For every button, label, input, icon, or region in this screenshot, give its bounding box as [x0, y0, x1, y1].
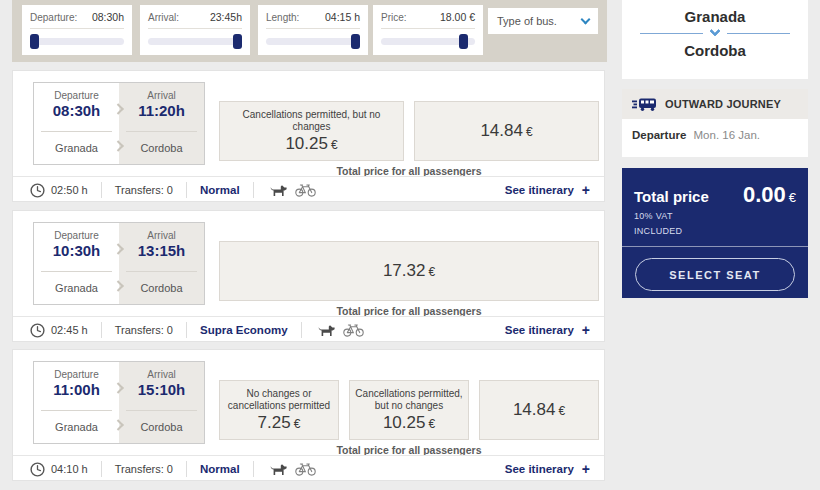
- price-boxes: 17.32€: [219, 241, 599, 301]
- journey-times-box: Departure 10:30h Granada Arrival 13:15h …: [33, 222, 205, 305]
- journey-card: Departure 11:00h Granada Arrival 15:10h …: [12, 349, 605, 481]
- destination-city: Cordoba: [119, 132, 204, 164]
- divider: [186, 182, 187, 198]
- bicycle-icon: [295, 183, 316, 197]
- departure-time: 10:30h: [34, 242, 119, 259]
- filter-label: Arrival:: [148, 12, 179, 23]
- bicycle-icon: [295, 462, 316, 476]
- bus-type-select[interactable]: Type of bus.: [488, 8, 598, 34]
- slider-track[interactable]: [148, 38, 242, 45]
- fare-currency: €: [558, 404, 565, 418]
- divider: [266, 28, 360, 29]
- fare-currency: €: [331, 138, 338, 152]
- slider-track[interactable]: [266, 38, 360, 45]
- divider: [253, 461, 254, 477]
- fare-currency: €: [428, 265, 435, 279]
- fare-option[interactable]: 14.84€: [414, 101, 599, 161]
- arrival-label: Arrival: [119, 369, 204, 380]
- departure-label: Departure: [34, 90, 119, 101]
- total-price-card: Total price 0.00€ 10% VAT INCLUDED SELEC…: [622, 168, 808, 298]
- fare-price: 10.25: [285, 134, 328, 153]
- transfers-count: Transfers: 0: [115, 324, 173, 336]
- clock-icon: [30, 462, 45, 477]
- filter-value: 08:30h: [92, 11, 124, 23]
- fare-price: 17.32: [383, 261, 426, 280]
- outward-journey-title: OUTWARD JOURNEY: [665, 98, 781, 110]
- divider: [253, 182, 254, 198]
- divider: [381, 28, 475, 29]
- price-boxes: Cancellations permitted, but no changes …: [219, 101, 599, 161]
- see-itinerary-link[interactable]: See itinerary +: [505, 182, 590, 198]
- clock-icon: [30, 183, 45, 198]
- outward-journey-header: OUTWARD JOURNEY: [622, 89, 808, 119]
- clock-icon: [30, 323, 45, 338]
- fare-option[interactable]: 14.84€: [479, 380, 599, 440]
- journey-duration: 02:50 h: [51, 184, 88, 196]
- filter-value: 04:15 h: [325, 11, 360, 23]
- slider-handle[interactable]: [30, 34, 39, 49]
- slider-track[interactable]: [381, 38, 475, 45]
- fare-currency: €: [526, 125, 533, 139]
- journey-duration: 02:45 h: [51, 324, 88, 336]
- fare-price: 14.84: [480, 121, 523, 140]
- arrival-label: Arrival: [119, 90, 204, 101]
- total-price-currency: €: [789, 190, 796, 205]
- journey-card: Departure 08:30h Granada Arrival 11:20h …: [12, 70, 605, 202]
- vat-note: 10% VAT: [634, 211, 796, 221]
- divider: [186, 461, 187, 477]
- slider-handle[interactable]: [351, 34, 360, 49]
- origin-city: Granada: [34, 272, 119, 304]
- slider-track[interactable]: [30, 38, 124, 45]
- see-itinerary-link[interactable]: See itinerary +: [505, 322, 590, 338]
- plus-icon: +: [582, 461, 590, 477]
- arrival-time: 15:10h: [119, 381, 204, 398]
- filter-bar: Departure: 08:30h Arrival: 23:45h Length…: [12, 0, 607, 62]
- arrival-label: Arrival: [119, 230, 204, 241]
- divider: [101, 182, 102, 198]
- fare-option[interactable]: Cancellations permitted, but no changes …: [349, 380, 469, 440]
- fare-condition: No changes or cancellations permitted: [225, 388, 333, 413]
- see-itinerary-link[interactable]: See itinerary +: [505, 461, 590, 477]
- see-itinerary-label: See itinerary: [505, 324, 574, 336]
- total-price-amount: 0.00: [743, 182, 786, 207]
- filter-value: 18.00 €: [440, 11, 475, 23]
- fare-option[interactable]: 17.32€: [219, 241, 599, 301]
- slider-handle[interactable]: [233, 34, 242, 49]
- fare-price: 10.25: [383, 413, 426, 432]
- fare-option[interactable]: No changes or cancellations permitted 7.…: [219, 380, 339, 440]
- fare-option[interactable]: Cancellations permitted, but no changes …: [219, 101, 404, 161]
- departure-date-value: Mon. 16 Jan.: [694, 129, 760, 141]
- filter-slider-card: Price: 18.00 €: [373, 5, 483, 55]
- fare-class: Supra Economy: [200, 324, 288, 336]
- price-boxes: No changes or cancellations permitted 7.…: [219, 380, 599, 440]
- divider: [148, 28, 242, 29]
- fare-class: Normal: [200, 463, 240, 475]
- total-price-label: Total price: [634, 188, 709, 205]
- destination-city: Cordoba: [119, 411, 204, 443]
- fare-price: 14.84: [513, 400, 556, 419]
- departure-date-label: Departure: [632, 129, 686, 141]
- plus-icon: +: [582, 182, 590, 198]
- outward-journey-card: OUTWARD JOURNEY Departure Mon. 16 Jan.: [622, 89, 808, 157]
- filter-slider-card: Arrival: 23:45h: [140, 5, 250, 55]
- filter-label: Departure:: [30, 12, 77, 23]
- journey-times-box: Departure 08:30h Granada Arrival 11:20h …: [33, 82, 205, 165]
- route-direction: [640, 32, 790, 35]
- slider-handle[interactable]: [459, 34, 468, 49]
- destination-city: Cordoba: [119, 272, 204, 304]
- origin-city: Granada: [34, 132, 119, 164]
- vat-included-note: INCLUDED: [634, 226, 796, 236]
- filter-slider-card: Departure: 08:30h: [22, 5, 132, 55]
- route-origin: Granada: [622, 8, 808, 25]
- fare-class: Normal: [200, 184, 240, 196]
- see-itinerary-label: See itinerary: [505, 463, 574, 475]
- fare-condition: Cancellations permitted, but no changes: [355, 388, 463, 413]
- chevron-down-icon: [709, 25, 720, 36]
- departure-label: Departure: [34, 230, 119, 241]
- route-destination: Cordoba: [622, 42, 808, 59]
- journey-card: Departure 10:30h Granada Arrival 13:15h …: [12, 210, 605, 342]
- departure-label: Departure: [34, 369, 119, 380]
- select-seat-button[interactable]: SELECT SEAT: [635, 258, 795, 291]
- arrival-time: 11:20h: [119, 102, 204, 119]
- divider: [101, 322, 102, 338]
